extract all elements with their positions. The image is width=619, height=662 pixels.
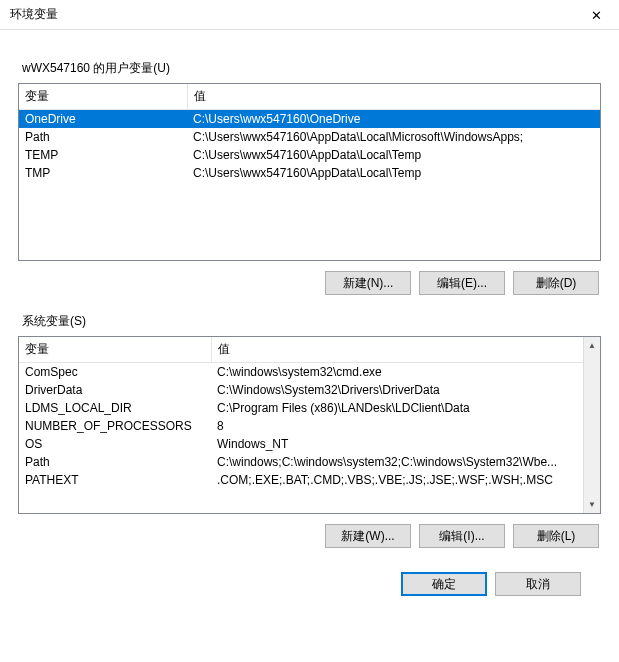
var-name-cell: NUMBER_OF_PROCESSORS [19, 417, 211, 435]
var-name-cell: OS [19, 435, 211, 453]
table-row[interactable]: TMPC:\Users\wwx547160\AppData\Local\Temp [19, 164, 600, 182]
var-value-cell: C:\Windows\System32\Drivers\DriverData [211, 381, 583, 399]
table-row[interactable]: PathC:\windows;C:\windows\system32;C:\wi… [19, 453, 583, 471]
user-col-value-header[interactable]: 值 [187, 84, 600, 110]
scroll-up-icon[interactable]: ▲ [584, 337, 600, 354]
table-row[interactable]: LDMS_LOCAL_DIRC:\Program Files (x86)\LAN… [19, 399, 583, 417]
system-variables-group: 系统变量(S) 变量 值 ComSpecC:\windows\system32\… [18, 313, 601, 548]
var-value-cell: Windows_NT [211, 435, 583, 453]
var-name-cell: LDMS_LOCAL_DIR [19, 399, 211, 417]
close-icon: ✕ [591, 8, 602, 23]
scroll-track[interactable] [584, 354, 600, 496]
sys-edit-button[interactable]: 编辑(I)... [419, 524, 505, 548]
table-row[interactable]: DriverDataC:\Windows\System32\Drivers\Dr… [19, 381, 583, 399]
user-delete-button[interactable]: 删除(D) [513, 271, 599, 295]
dialog-footer: 确定 取消 [18, 566, 601, 596]
table-row[interactable]: PATHEXT.COM;.EXE;.BAT;.CMD;.VBS;.VBE;.JS… [19, 471, 583, 489]
sys-col-value-header[interactable]: 值 [211, 337, 583, 363]
var-name-cell: TMP [19, 164, 187, 182]
var-name-cell: PATHEXT [19, 471, 211, 489]
system-variables-table[interactable]: 变量 值 ComSpecC:\windows\system32\cmd.exeD… [18, 336, 601, 514]
sys-new-button[interactable]: 新建(W)... [325, 524, 411, 548]
var-value-cell: 8 [211, 417, 583, 435]
var-name-cell: ComSpec [19, 363, 211, 382]
var-value-cell: C:\Users\wwx547160\AppData\Local\Temp [187, 164, 600, 182]
var-value-cell: C:\windows\system32\cmd.exe [211, 363, 583, 382]
user-col-name-header[interactable]: 变量 [19, 84, 187, 110]
ok-button[interactable]: 确定 [401, 572, 487, 596]
var-name-cell: TEMP [19, 146, 187, 164]
var-name-cell: DriverData [19, 381, 211, 399]
close-button[interactable]: ✕ [574, 0, 619, 30]
var-value-cell: C:\Users\wwx547160\AppData\Local\Temp [187, 146, 600, 164]
var-value-cell: C:\windows;C:\windows\system32;C:\window… [211, 453, 583, 471]
user-variables-group: wWX547160 的用户变量(U) 变量 值 OneDriveC:\Users… [18, 60, 601, 295]
var-value-cell: .COM;.EXE;.BAT;.CMD;.VBS;.VBE;.JS;.JSE;.… [211, 471, 583, 489]
var-name-cell: Path [19, 453, 211, 471]
system-variables-label: 系统变量(S) [22, 313, 601, 330]
user-variables-table[interactable]: 变量 值 OneDriveC:\Users\wwx547160\OneDrive… [18, 83, 601, 261]
table-row[interactable]: OSWindows_NT [19, 435, 583, 453]
sys-delete-button[interactable]: 删除(L) [513, 524, 599, 548]
table-row[interactable]: OneDriveC:\Users\wwx547160\OneDrive [19, 110, 600, 129]
var-name-cell: Path [19, 128, 187, 146]
system-scrollbar[interactable]: ▲ ▼ [583, 337, 600, 513]
table-row[interactable]: PathC:\Users\wwx547160\AppData\Local\Mic… [19, 128, 600, 146]
user-variables-label: wWX547160 的用户变量(U) [22, 60, 601, 77]
var-value-cell: C:\Program Files (x86)\LANDesk\LDClient\… [211, 399, 583, 417]
var-value-cell: C:\Users\wwx547160\AppData\Local\Microso… [187, 128, 600, 146]
table-row[interactable]: NUMBER_OF_PROCESSORS8 [19, 417, 583, 435]
scroll-down-icon[interactable]: ▼ [584, 496, 600, 513]
user-new-button[interactable]: 新建(N)... [325, 271, 411, 295]
user-edit-button[interactable]: 编辑(E)... [419, 271, 505, 295]
var-name-cell: OneDrive [19, 110, 187, 129]
sys-col-name-header[interactable]: 变量 [19, 337, 211, 363]
window-title: 环境变量 [10, 6, 58, 23]
title-bar: 环境变量 ✕ [0, 0, 619, 30]
table-row[interactable]: ComSpecC:\windows\system32\cmd.exe [19, 363, 583, 382]
table-row[interactable]: TEMPC:\Users\wwx547160\AppData\Local\Tem… [19, 146, 600, 164]
var-value-cell: C:\Users\wwx547160\OneDrive [187, 110, 600, 129]
cancel-button[interactable]: 取消 [495, 572, 581, 596]
